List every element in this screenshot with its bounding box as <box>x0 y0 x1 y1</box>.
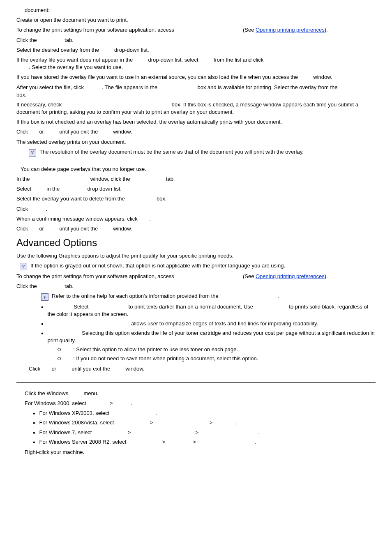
text: menu. <box>82 390 99 396</box>
text: : If you do not need to save toner when … <box>73 355 258 362</box>
text: In the <box>16 176 31 182</box>
note-icon: V <box>20 263 27 270</box>
text: window. <box>112 129 132 135</box>
click-ok-print: Click or until you exit the window. <box>16 128 376 136</box>
text: window, click the <box>89 176 131 182</box>
text: allows user to emphasize edges of texts … <box>130 320 318 327</box>
text: until you exit the <box>58 226 99 232</box>
text: For Windows 2008/Vista, select <box>39 419 115 426</box>
note-icon: V <box>29 149 36 157</box>
text: (See <box>241 273 256 279</box>
opening-preferences-link[interactable]: Opening printing preferences <box>256 27 325 33</box>
note-icon: V <box>41 293 48 301</box>
note-grayed-out: V If the option is grayed out or not sho… <box>20 262 376 270</box>
del-step5: When a confirming message window appears… <box>16 215 376 223</box>
win-2000: For Windows 2000, select > . <box>25 400 376 407</box>
text: > <box>161 439 167 445</box>
text: box. If this box is checked, a message w… <box>16 101 358 115</box>
del-step4: Click . <box>16 205 376 213</box>
win-server-2008-r2: For Windows Server 2008 R2, select > > . <box>33 438 376 446</box>
adv-change-settings: To change the print settings from your s… <box>16 273 376 280</box>
advanced-intro: Use the following Graphics options to ad… <box>16 252 376 260</box>
text: ). <box>325 27 328 33</box>
text: window. <box>312 74 332 80</box>
bullet-toner-save: Selecting this option extends the life o… <box>41 329 376 344</box>
text: To change the print settings from your s… <box>16 27 175 33</box>
subbullet-use-less-toner: : Select this option to allow the printe… <box>58 346 376 353</box>
overlay-file-not-appear: If the overlay file you want does not ap… <box>16 56 376 71</box>
text: For Windows 2000, select <box>25 400 88 406</box>
text: tab. <box>164 176 175 182</box>
adv-click-tab: Click the tab. <box>16 283 376 290</box>
text: box. <box>155 196 166 202</box>
text: window. <box>112 226 132 232</box>
after-select-file: After you select the file, click . The f… <box>16 84 376 99</box>
text: For Windows XP/2003, select <box>39 410 111 416</box>
text: Click <box>16 206 30 212</box>
del-step6: Click or until you exit the window. <box>16 225 376 233</box>
text: Click the <box>16 283 38 289</box>
win-2008-vista: For Windows 2008/Vista, select > > . <box>33 419 376 427</box>
delete-overlays-heading: You can delete page overlays that you no… <box>21 166 376 173</box>
text: ). <box>325 273 328 279</box>
text: or <box>38 129 46 135</box>
text: Select the desired overlay from the <box>16 47 101 53</box>
text: After you select the file, click <box>16 84 85 90</box>
text: For Windows 7, select <box>39 429 94 435</box>
text: > <box>194 429 200 435</box>
note-resolution: V The resolution of the overlay document… <box>29 148 376 157</box>
click-tab: Click the tab. <box>16 37 376 44</box>
text: . <box>255 439 257 445</box>
subbullet-no-save-toner: : If you do not need to save toner when … <box>58 355 376 362</box>
text: box. <box>16 92 27 98</box>
text: until you exit the <box>70 366 112 372</box>
text: Click <box>16 226 30 232</box>
text: > <box>191 439 198 445</box>
bullet-emphasize-edges: allows user to emphasize edges of texts … <box>41 320 376 328</box>
text: . <box>131 400 132 406</box>
text: from the list and click <box>212 57 263 63</box>
win-xp-2003: For Windows XP/2003, select . <box>33 410 376 417</box>
text: drop down list. <box>86 186 122 192</box>
text: tab. <box>63 283 73 289</box>
select-overlay: Select the desired overlay from the drop… <box>16 46 376 54</box>
text: . <box>149 216 151 222</box>
text: Select <box>72 304 90 310</box>
text: If necessary, check <box>16 101 63 108</box>
del-step3: Select the overlay you want to delete fr… <box>16 195 376 203</box>
text: > <box>108 400 114 406</box>
document-label: document: <box>25 7 376 14</box>
text: in the <box>45 186 61 192</box>
if-necessary-check: If necessary, check box. If this box is … <box>16 101 376 116</box>
adv-click-exit: Click or until you exit the window. <box>29 365 376 373</box>
opening-preferences-link-2[interactable]: Opening printing preferences <box>256 273 325 279</box>
change-print-settings: To change the print settings from your s… <box>16 26 376 34</box>
text: (See <box>243 27 256 33</box>
text: drop-down list, select <box>147 57 200 63</box>
text: . <box>156 410 158 416</box>
text: > <box>148 419 154 426</box>
text: box and is available for printing. Selec… <box>196 84 339 90</box>
text: Click the Windows <box>25 390 70 396</box>
text: > <box>208 419 214 426</box>
separator <box>16 382 376 383</box>
stored-external: If you have stored the overlay file you … <box>16 74 376 81</box>
win-start-menu: Click the Windows menu. <box>25 390 376 397</box>
note-online-help: V Refer to the online help for each opti… <box>41 292 376 301</box>
note-text: If the option is grayed out or not shown… <box>30 262 285 269</box>
text: . <box>258 429 259 435</box>
right-click-machine: Right-click your machine. <box>25 449 376 456</box>
text: . <box>46 206 48 212</box>
text: or <box>38 226 46 232</box>
text: Click the <box>16 37 38 43</box>
text: Select <box>16 186 33 192</box>
box-not-checked: If this box is not checked and an overla… <box>16 118 376 126</box>
text: drop-down list. <box>113 47 149 53</box>
note-text: Refer to the online help for each option… <box>52 292 279 300</box>
text: If the overlay file you want does not ap… <box>16 57 134 63</box>
text: . Select the overlay file you want to us… <box>29 64 123 70</box>
note-text: The resolution of the overlay document m… <box>39 148 304 156</box>
text: tab. <box>63 37 73 43</box>
text: > <box>126 429 132 435</box>
text: Refer to the online help for each option… <box>52 293 220 299</box>
